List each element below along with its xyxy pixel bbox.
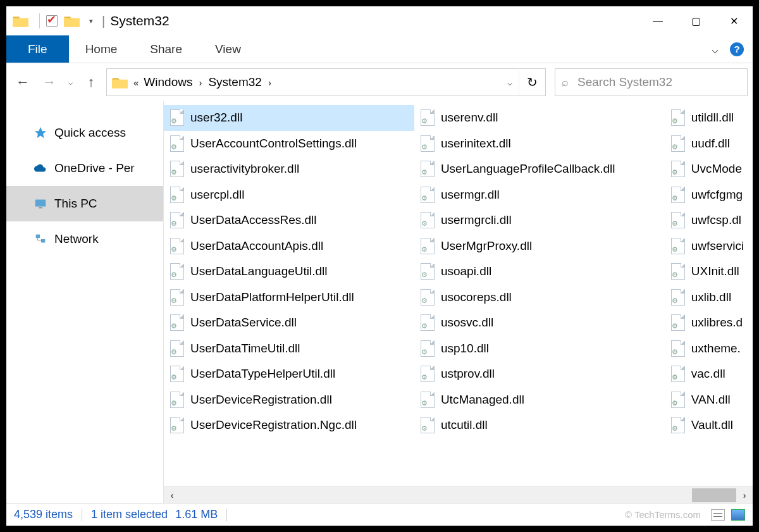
file-item[interactable]: ⚙UserDataTypeHelperUtil.dll [164,361,414,387]
file-item[interactable]: ⚙UserDeviceRegistration.Ngc.dll [164,412,414,438]
file-item[interactable]: ⚙uxlibres.d [665,310,753,336]
file-item[interactable]: ⚙UserDataTimeUtil.dll [164,336,414,362]
scroll-left-icon[interactable]: ‹ [164,490,180,500]
forward-button[interactable]: → [38,71,61,94]
up-button[interactable]: ↑ [80,71,102,94]
share-tab[interactable]: Share [133,35,199,63]
address-bar[interactable]: « Windows › System32 › ⌵ ↻ [106,68,546,96]
file-item[interactable]: ⚙usermgr.dll [414,182,665,208]
file-item[interactable]: ⚙usoapi.dll [414,259,665,285]
home-tab[interactable]: Home [69,35,134,63]
sidebar-item-this-pc[interactable]: This PC [6,186,163,221]
scroll-right-icon[interactable]: › [736,490,753,500]
sidebar-item-onedrive-per[interactable]: OneDrive - Per [6,151,163,186]
folder-icon[interactable] [64,14,80,28]
file-item[interactable]: ⚙UserDataService.dll [164,310,414,336]
file-item[interactable]: ⚙uwfservici [665,233,753,259]
file-item[interactable]: ⚙utcutil.dll [414,412,665,438]
recent-dropdown[interactable]: ⌵ [65,78,76,87]
file-item[interactable]: ⚙uwfcfgmg [665,182,753,208]
file-item[interactable]: ⚙UserAccountControlSettings.dll [164,131,414,157]
star-icon [33,125,48,140]
breadcrumb-system32[interactable]: System32 [204,75,265,89]
file-item[interactable]: ⚙useractivitybroker.dll [164,156,414,182]
help-button[interactable]: ? [727,35,746,63]
dll-file-icon: ⚙ [421,314,435,331]
search-input[interactable] [576,75,747,90]
file-name: UserLanguageProfileCallback.dll [441,162,615,176]
search-box[interactable]: ⌕ [555,68,748,96]
file-item[interactable]: ⚙UXInit.dll [665,259,753,285]
status-size: 1.61 MB [175,508,218,521]
sidebar-item-label: OneDrive - Per [54,161,135,175]
file-item[interactable]: ⚙UvcMode [665,156,753,182]
file-item[interactable]: ⚙uudf.dll [665,131,753,157]
status-divider [226,509,227,521]
address-dropdown-icon[interactable]: ⌵ [501,77,519,87]
file-item[interactable]: ⚙ustprov.dll [414,361,665,387]
file-item[interactable]: ⚙UserLanguageProfileCallback.dll [414,156,665,182]
sidebar-item-network[interactable]: Network [6,221,163,257]
file-item[interactable]: ⚙usocoreps.dll [414,285,665,311]
file-item[interactable]: ⚙usp10.dll [414,336,665,362]
file-item[interactable]: ⚙userinitext.dll [414,131,665,157]
file-item[interactable]: ⚙UserMgrProxy.dll [414,233,665,259]
minimize-button[interactable]: — [639,6,677,35]
back-button[interactable]: ← [11,71,34,94]
help-icon: ? [730,42,744,56]
dll-file-icon: ⚙ [170,238,184,254]
collapse-ribbon-icon[interactable]: ⌵ [702,35,727,63]
file-item[interactable]: ⚙utildll.dll [665,105,753,131]
file-name: UserDeviceRegistration.Ngc.dll [190,418,357,432]
cloud-icon [33,161,48,176]
file-item[interactable]: ⚙usermgrcli.dll [414,207,665,233]
file-item[interactable]: ⚙uxlib.dll [665,285,753,311]
status-selected: 1 item selected [91,508,168,521]
scroll-thumb[interactable] [692,488,736,502]
file-item[interactable]: ⚙VAN.dll [665,387,753,413]
qa-customize-dropdown[interactable]: ▾ [89,17,93,25]
file-name: uxlibres.d [691,316,743,330]
view-tab[interactable]: View [199,35,257,63]
dll-file-icon: ⚙ [421,212,435,228]
svg-rect-1 [39,207,42,209]
sidebar-item-label: Quick access [54,126,126,140]
file-item[interactable]: ⚙usercpl.dll [164,182,414,208]
svg-rect-3 [41,239,45,243]
sidebar-item-quick-access[interactable]: Quick access [6,115,163,151]
dll-file-icon: ⚙ [170,161,184,177]
breadcrumb-windows[interactable]: Windows [140,75,196,89]
navigation-bar: ← → ⌵ ↑ « Windows › System32 › ⌵ ↻ ⌕ [6,63,753,101]
chevron-right-icon[interactable]: › [266,77,274,88]
file-item[interactable]: ⚙Vault.dll [665,412,753,438]
maximize-button[interactable]: ▢ [677,6,715,35]
file-item[interactable]: ⚙UserDataPlatformHelperUtil.dll [164,285,414,311]
dll-file-icon: ⚙ [421,366,435,382]
file-item[interactable]: ⚙UserDeviceRegistration.dll [164,387,414,413]
file-item[interactable]: ⚙UserDataLanguageUtil.dll [164,259,414,285]
file-item[interactable]: ⚙uxtheme. [665,336,753,362]
qa-separator [39,13,40,28]
file-name: usermgrcli.dll [441,213,512,227]
thumbnails-view-button[interactable] [731,509,745,521]
file-item[interactable]: ⚙UtcManaged.dll [414,387,665,413]
svg-rect-0 [35,200,46,207]
file-item[interactable]: ⚙usosvc.dll [414,310,665,336]
horizontal-scrollbar[interactable]: ‹ › [164,486,753,503]
scroll-track[interactable] [180,487,736,503]
chevron-right-icon[interactable]: › [196,77,204,88]
close-button[interactable]: ✕ [715,6,753,35]
properties-icon[interactable] [45,14,59,28]
details-view-button[interactable] [711,509,725,521]
file-item[interactable]: ⚙userenv.dll [414,105,665,131]
file-item[interactable]: ⚙uwfcsp.dl [665,207,753,233]
refresh-button[interactable]: ↻ [519,68,545,96]
breadcrumb-prefix-icon[interactable]: « [132,77,140,88]
file-item[interactable]: ⚙UserDataAccessRes.dll [164,207,414,233]
file-item[interactable]: ⚙user32.dll [164,105,414,131]
file-item[interactable]: ⚙UserDataAccountApis.dll [164,233,414,259]
content-area: ⚙user32.dll⚙UserAccountControlSettings.d… [164,101,753,503]
file-tab[interactable]: File [6,35,69,63]
file-list[interactable]: ⚙user32.dll⚙UserAccountControlSettings.d… [164,101,753,486]
file-item[interactable]: ⚙vac.dll [665,361,753,387]
